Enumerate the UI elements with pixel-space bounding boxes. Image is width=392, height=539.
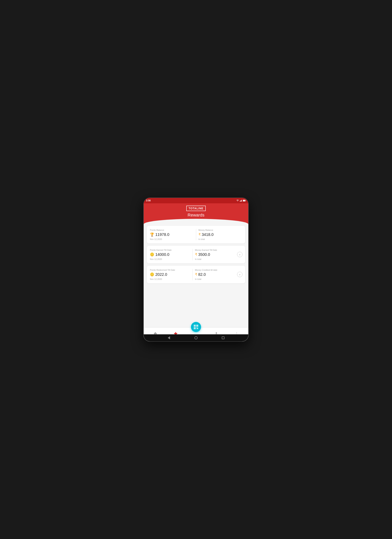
svg-rect-0 xyxy=(240,201,240,202)
svg-point-18 xyxy=(236,332,237,333)
battery-icon xyxy=(243,200,246,202)
home-button[interactable] xyxy=(194,336,198,340)
svg-rect-13 xyxy=(196,327,197,328)
qr-fab-button[interactable] xyxy=(191,322,201,332)
redeemed-card: Points Redeemed Till Date 🪙 2022.0 Nov 1… xyxy=(147,266,245,283)
points-redeemed-section: Points Redeemed Till Date 🪙 2022.0 Nov 1… xyxy=(150,269,190,280)
svg-rect-6 xyxy=(243,200,245,201)
wifi-icon xyxy=(236,200,239,202)
svg-rect-5 xyxy=(246,200,246,201)
money-credited-date: In total xyxy=(195,278,235,280)
logo-box: TOTALINE xyxy=(186,206,206,211)
money-earned-section: Money Earned Till Date ₹ 3500.0 In total xyxy=(195,249,235,260)
money-balance-section: Money Balance ₹ 3418.0 In total xyxy=(198,229,242,240)
points-earned-label: Points Earned Till Date xyxy=(150,249,190,251)
logo-text: TOTALINE xyxy=(189,207,203,210)
points-earned-value: 🪙 14000.0 xyxy=(150,252,190,257)
page-title: Rewards xyxy=(188,213,204,221)
android-nav-bar xyxy=(144,334,248,341)
points-earned-section: Points Earned Till Date 🪙 14000.0 Nov 12… xyxy=(150,249,190,260)
points-redeemed-value: 🪙 2022.0 xyxy=(150,272,190,277)
status-bar: 3:56 xyxy=(144,198,248,203)
recents-button[interactable] xyxy=(221,336,225,340)
svg-rect-2 xyxy=(241,200,241,202)
redeemed-chevron-button[interactable]: › xyxy=(237,272,242,277)
points-redeemed-date: Nov 12,2020 xyxy=(150,278,190,280)
svg-point-19 xyxy=(236,334,237,334)
earned-card: Points Earned Till Date 🪙 14000.0 Nov 12… xyxy=(147,246,245,263)
balance-card: Points Balance 🏆 11978.0 Nov 12,2020 Mon… xyxy=(147,226,245,243)
points-balance-label: Points Balance xyxy=(150,229,194,231)
status-time: 3:56 xyxy=(146,199,151,202)
money-balance-label: Money Balance xyxy=(198,229,242,231)
points-earned-date: Nov 12,2020 xyxy=(150,258,190,260)
money-credited-value: ₹ 82.0 xyxy=(195,272,235,277)
coin-icon-2: 🪙 xyxy=(150,252,154,257)
app-header: TOTALINE Rewards xyxy=(144,203,248,224)
coin-icon-4: 🪙 xyxy=(150,272,154,277)
coin-icon: ₹ xyxy=(198,232,201,237)
svg-rect-14 xyxy=(197,327,198,328)
points-balance-section: Points Balance 🏆 11978.0 Nov 12,2020 xyxy=(150,229,194,240)
svg-rect-3 xyxy=(241,200,242,202)
points-balance-value: 🏆 11978.0 xyxy=(150,232,194,237)
signal-icon xyxy=(240,200,242,202)
svg-rect-8 xyxy=(194,325,195,326)
trophy-icon: 🏆 xyxy=(150,232,154,237)
svg-rect-16 xyxy=(197,328,198,329)
money-credited-label: Money Credited till date xyxy=(195,269,235,271)
status-icons xyxy=(236,200,246,202)
coin-icon-3: ₹ xyxy=(195,252,197,257)
money-credited-section: Money Credited till date ₹ 82.0 In total xyxy=(195,269,235,280)
points-balance-date: Nov 12,2020 xyxy=(150,238,194,240)
back-button[interactable] xyxy=(167,336,171,340)
card-divider-3 xyxy=(193,269,193,280)
points-redeemed-label: Points Redeemed Till Date xyxy=(150,269,190,271)
money-earned-value: ₹ 3500.0 xyxy=(195,252,235,257)
svg-rect-1 xyxy=(240,201,241,202)
svg-rect-15 xyxy=(196,328,197,329)
money-balance-date: In total xyxy=(198,238,242,240)
app-screen: TOTALINE Rewards Points Balance 🏆 11978.… xyxy=(144,203,248,341)
money-balance-value: ₹ 3418.0 xyxy=(198,232,242,237)
svg-rect-12 xyxy=(194,328,195,329)
coin-icon-5: ₹ xyxy=(195,272,197,277)
svg-rect-10 xyxy=(197,325,198,326)
card-divider-2 xyxy=(193,249,193,260)
earned-chevron-button[interactable]: › xyxy=(237,252,242,257)
device-frame: 3:56 xyxy=(144,198,248,341)
qr-icon xyxy=(194,324,198,329)
money-earned-label: Money Earned Till Date xyxy=(195,249,235,251)
money-earned-date: In total xyxy=(195,258,235,260)
